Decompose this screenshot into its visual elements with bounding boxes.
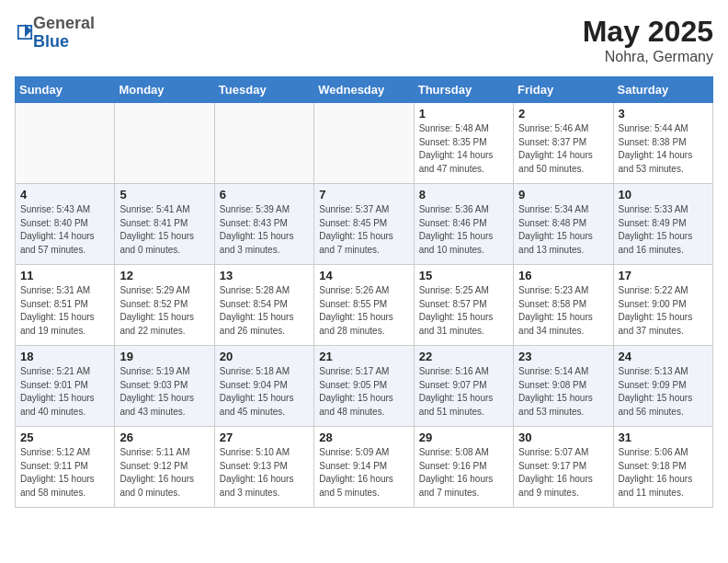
day-number: 31 — [619, 431, 708, 444]
day-info: Sunrise: 5:36 AM Sunset: 8:46 PM Dayligh… — [419, 203, 508, 257]
day-number: 28 — [319, 431, 408, 444]
calendar-day-cell: 21Sunrise: 5:17 AM Sunset: 9:05 PM Dayli… — [314, 346, 414, 427]
day-info: Sunrise: 5:18 AM Sunset: 9:04 PM Dayligh… — [220, 365, 309, 419]
calendar-day-cell: 17Sunrise: 5:22 AM Sunset: 9:00 PM Dayli… — [613, 265, 712, 346]
calendar-day-cell: 10Sunrise: 5:33 AM Sunset: 8:49 PM Dayli… — [613, 184, 712, 265]
day-number: 17 — [619, 269, 708, 282]
calendar-week-row: 11Sunrise: 5:31 AM Sunset: 8:51 PM Dayli… — [16, 265, 713, 346]
day-number: 16 — [518, 269, 608, 282]
calendar-day-cell: 2Sunrise: 5:46 AM Sunset: 8:37 PM Daylig… — [514, 103, 613, 184]
day-number: 8 — [419, 188, 508, 201]
logo-text: General Blue — [33, 15, 95, 52]
day-info: Sunrise: 5:34 AM Sunset: 8:48 PM Dayligh… — [518, 203, 608, 257]
calendar-day-cell: 18Sunrise: 5:21 AM Sunset: 9:01 PM Dayli… — [16, 346, 115, 427]
calendar-day-cell: 14Sunrise: 5:26 AM Sunset: 8:55 PM Dayli… — [314, 265, 414, 346]
calendar-header-row: SundayMondayTuesdayWednesdayThursdayFrid… — [16, 77, 713, 103]
calendar-day-cell: 31Sunrise: 5:06 AM Sunset: 9:18 PM Dayli… — [613, 427, 712, 508]
calendar-week-row: 25Sunrise: 5:12 AM Sunset: 9:11 PM Dayli… — [16, 427, 713, 508]
day-number: 30 — [518, 431, 608, 444]
calendar-day-cell: 8Sunrise: 5:36 AM Sunset: 8:46 PM Daylig… — [414, 184, 513, 265]
day-info: Sunrise: 5:41 AM Sunset: 8:41 PM Dayligh… — [119, 203, 209, 257]
calendar-day-cell: 22Sunrise: 5:16 AM Sunset: 9:07 PM Dayli… — [414, 346, 513, 427]
weekday-header: Sunday — [16, 77, 115, 103]
day-number: 12 — [119, 269, 209, 282]
day-info: Sunrise: 5:10 AM Sunset: 9:13 PM Dayligh… — [220, 446, 309, 500]
day-info: Sunrise: 5:06 AM Sunset: 9:18 PM Dayligh… — [619, 446, 708, 500]
calendar-week-row: 18Sunrise: 5:21 AM Sunset: 9:01 PM Dayli… — [16, 346, 713, 427]
day-number: 1 — [419, 107, 508, 121]
day-info: Sunrise: 5:17 AM Sunset: 9:05 PM Dayligh… — [319, 365, 408, 419]
logo-blue: Blue — [33, 33, 95, 52]
calendar-day-cell: 19Sunrise: 5:19 AM Sunset: 9:03 PM Dayli… — [115, 346, 214, 427]
calendar-day-cell: 29Sunrise: 5:08 AM Sunset: 9:16 PM Dayli… — [414, 427, 513, 508]
calendar-day-cell: 6Sunrise: 5:39 AM Sunset: 8:43 PM Daylig… — [214, 184, 313, 265]
day-info: Sunrise: 5:19 AM Sunset: 9:03 PM Dayligh… — [119, 365, 209, 419]
calendar-week-row: 4Sunrise: 5:43 AM Sunset: 8:40 PM Daylig… — [16, 184, 713, 265]
day-info: Sunrise: 5:31 AM Sunset: 8:51 PM Dayligh… — [20, 284, 109, 338]
calendar-day-cell: 23Sunrise: 5:14 AM Sunset: 9:08 PM Dayli… — [514, 346, 613, 427]
day-number: 24 — [619, 350, 708, 363]
day-info: Sunrise: 5:23 AM Sunset: 8:58 PM Dayligh… — [518, 284, 608, 338]
day-info: Sunrise: 5:25 AM Sunset: 8:57 PM Dayligh… — [419, 284, 508, 338]
calendar-day-cell: 28Sunrise: 5:09 AM Sunset: 9:14 PM Dayli… — [314, 427, 414, 508]
day-number: 19 — [119, 350, 209, 363]
day-number: 5 — [119, 188, 209, 201]
calendar-day-cell: 16Sunrise: 5:23 AM Sunset: 8:58 PM Dayli… — [514, 265, 613, 346]
day-info: Sunrise: 5:12 AM Sunset: 9:11 PM Dayligh… — [20, 446, 109, 500]
weekday-header: Tuesday — [214, 77, 313, 103]
calendar-day-cell: 4Sunrise: 5:43 AM Sunset: 8:40 PM Daylig… — [16, 184, 115, 265]
calendar-day-cell: 25Sunrise: 5:12 AM Sunset: 9:11 PM Dayli… — [16, 427, 115, 508]
day-number: 27 — [220, 431, 309, 444]
title-block: May 2025 Nohra, Germany — [583, 15, 713, 65]
day-number: 29 — [419, 431, 508, 444]
day-number: 21 — [319, 350, 408, 363]
day-info: Sunrise: 5:08 AM Sunset: 9:16 PM Dayligh… — [419, 446, 508, 500]
calendar-day-cell: 7Sunrise: 5:37 AM Sunset: 8:45 PM Daylig… — [314, 184, 414, 265]
calendar-day-cell: 1Sunrise: 5:48 AM Sunset: 8:35 PM Daylig… — [414, 103, 513, 184]
weekday-header: Friday — [514, 77, 613, 103]
calendar-day-cell — [314, 103, 414, 184]
weekday-header: Monday — [115, 77, 214, 103]
day-info: Sunrise: 5:33 AM Sunset: 8:49 PM Dayligh… — [619, 203, 708, 257]
day-info: Sunrise: 5:46 AM Sunset: 8:37 PM Dayligh… — [518, 122, 608, 176]
day-number: 18 — [20, 350, 109, 363]
calendar-day-cell — [16, 103, 115, 184]
day-info: Sunrise: 5:29 AM Sunset: 8:52 PM Dayligh… — [119, 284, 209, 338]
day-number: 3 — [619, 107, 708, 121]
weekday-header: Thursday — [414, 77, 513, 103]
calendar-day-cell — [214, 103, 313, 184]
day-number: 9 — [518, 188, 608, 201]
calendar-day-cell: 13Sunrise: 5:28 AM Sunset: 8:54 PM Dayli… — [214, 265, 313, 346]
calendar-week-row: 1Sunrise: 5:48 AM Sunset: 8:35 PM Daylig… — [16, 103, 713, 184]
calendar-day-cell: 30Sunrise: 5:07 AM Sunset: 9:17 PM Dayli… — [514, 427, 613, 508]
day-info: Sunrise: 5:13 AM Sunset: 9:09 PM Dayligh… — [619, 365, 708, 419]
weekday-header: Wednesday — [314, 77, 414, 103]
day-info: Sunrise: 5:26 AM Sunset: 8:55 PM Dayligh… — [319, 284, 408, 338]
day-info: Sunrise: 5:16 AM Sunset: 9:07 PM Dayligh… — [419, 365, 508, 419]
calendar-day-cell: 3Sunrise: 5:44 AM Sunset: 8:38 PM Daylig… — [613, 103, 712, 184]
calendar-day-cell — [115, 103, 214, 184]
day-info: Sunrise: 5:37 AM Sunset: 8:45 PM Dayligh… — [319, 203, 408, 257]
calendar-day-cell: 20Sunrise: 5:18 AM Sunset: 9:04 PM Dayli… — [214, 346, 313, 427]
day-info: Sunrise: 5:07 AM Sunset: 9:17 PM Dayligh… — [518, 446, 608, 500]
day-info: Sunrise: 5:09 AM Sunset: 9:14 PM Dayligh… — [319, 446, 408, 500]
day-info: Sunrise: 5:14 AM Sunset: 9:08 PM Dayligh… — [518, 365, 608, 419]
day-number: 26 — [119, 431, 209, 444]
page-subtitle: Nohra, Germany — [583, 49, 713, 65]
logo: General Blue — [15, 15, 95, 52]
logo-icon — [17, 22, 33, 42]
calendar-day-cell: 9Sunrise: 5:34 AM Sunset: 8:48 PM Daylig… — [514, 184, 613, 265]
calendar-day-cell: 26Sunrise: 5:11 AM Sunset: 9:12 PM Dayli… — [115, 427, 214, 508]
day-info: Sunrise: 5:21 AM Sunset: 9:01 PM Dayligh… — [20, 365, 109, 419]
weekday-header: Saturday — [613, 77, 712, 103]
calendar-day-cell: 27Sunrise: 5:10 AM Sunset: 9:13 PM Dayli… — [214, 427, 313, 508]
day-number: 11 — [20, 269, 109, 282]
calendar-day-cell: 12Sunrise: 5:29 AM Sunset: 8:52 PM Dayli… — [115, 265, 214, 346]
day-info: Sunrise: 5:43 AM Sunset: 8:40 PM Dayligh… — [20, 203, 109, 257]
day-number: 10 — [619, 188, 708, 201]
logo-general: General — [33, 15, 95, 33]
day-number: 25 — [20, 431, 109, 444]
page-header: General Blue May 2025 Nohra, Germany — [15, 15, 713, 65]
day-number: 6 — [220, 188, 309, 201]
day-info: Sunrise: 5:48 AM Sunset: 8:35 PM Dayligh… — [419, 122, 508, 176]
